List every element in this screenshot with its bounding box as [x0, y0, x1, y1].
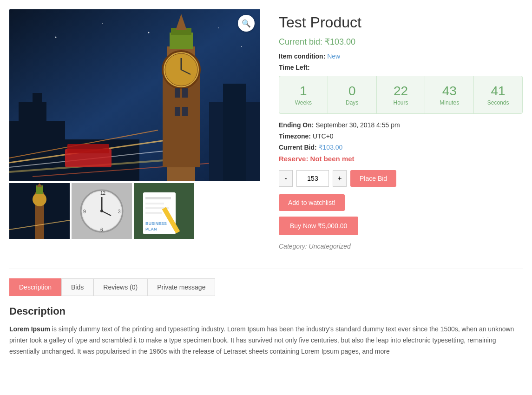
svg-text:PLAN: PLAN — [145, 227, 157, 231]
watchlist-button[interactable]: Add to watchlist! — [279, 194, 345, 211]
countdown-minutes-label: Minutes — [440, 99, 459, 106]
svg-rect-26 — [67, 144, 109, 153]
image-section: 🔍 — [9, 9, 260, 250]
svg-rect-51 — [145, 203, 164, 204]
bid-increase-button[interactable]: + — [333, 170, 347, 187]
buy-now-button[interactable]: Buy Now ₹5,000.00 — [279, 217, 358, 235]
thumbnail-1[interactable] — [9, 183, 70, 239]
item-condition-label: Item condition: — [279, 53, 325, 60]
countdown-weeks: 1 Weeks — [279, 76, 328, 113]
page-wrapper: 🔍 — [0, 0, 532, 377]
product-layout: 🔍 — [9, 9, 523, 250]
tab-description[interactable]: Description — [9, 278, 61, 296]
current-bid-row: Current Bid: ₹103.00 — [279, 144, 523, 151]
svg-point-28 — [102, 23, 103, 24]
countdown-weeks-number: 1 — [283, 84, 324, 99]
main-image-container: 🔍 — [9, 9, 260, 181]
time-left-label: Time Left: — [279, 64, 523, 71]
svg-text:12: 12 — [100, 191, 106, 196]
product-info: Test Product Current bid: ₹103.00 Item c… — [279, 9, 523, 250]
timezone-label: Timezone: — [279, 132, 311, 140]
tab-private-message[interactable]: Private message — [147, 278, 215, 296]
countdown-days: 0 Days — [328, 76, 377, 113]
countdown-days-number: 0 — [332, 84, 373, 99]
thumbnail-2[interactable]: 12 3 6 9 — [72, 183, 132, 239]
thumbnail-row: 12 3 6 9 — [9, 183, 260, 239]
description-body: is simply dummy text of the printing and… — [9, 325, 514, 355]
countdown-hours-number: 22 — [381, 84, 421, 99]
tabs-section: Description Bids Reviews (0) Private mes… — [9, 269, 523, 357]
countdown-box: 1 Weeks 0 Days 22 Hours 43 Minutes 41 — [279, 76, 523, 114]
svg-rect-20 — [182, 88, 188, 98]
item-condition-value: New — [327, 53, 340, 60]
svg-point-30 — [218, 27, 219, 28]
svg-point-27 — [55, 37, 57, 38]
svg-text:BUSINESS: BUSINESS — [145, 221, 167, 226]
svg-rect-4 — [33, 93, 42, 181]
current-bid-value: ₹103.00 — [319, 144, 343, 151]
current-bid-label2: Current Bid: — [279, 144, 317, 151]
countdown-hours: 22 Hours — [377, 76, 426, 113]
ending-on-label: Ending On: — [279, 121, 314, 129]
countdown-minutes: 43 Minutes — [425, 76, 474, 113]
ending-on-row: Ending On: September 30, 2018 4:55 pm — [279, 121, 523, 129]
svg-point-31 — [241, 46, 242, 47]
svg-point-29 — [148, 32, 150, 33]
timezone-value: UTC+0 — [313, 132, 334, 140]
countdown-minutes-number: 43 — [429, 84, 470, 99]
svg-rect-24 — [223, 84, 246, 181]
tab-reviews[interactable]: Reviews (0) — [93, 278, 147, 296]
countdown-seconds: 41 Seconds — [474, 76, 522, 113]
countdown-days-label: Days — [346, 99, 358, 106]
zoom-icon[interactable]: 🔍 — [238, 15, 255, 32]
category-label: Category: — [279, 243, 307, 250]
current-bid-line: Current bid: ₹103.00 — [279, 37, 523, 47]
tab-bids[interactable]: Bids — [61, 278, 93, 296]
svg-text:9: 9 — [83, 209, 86, 214]
description-bold1: Lorem Ipsum — [9, 325, 50, 333]
tabs-row: Description Bids Reviews (0) Private mes… — [9, 278, 523, 296]
ending-on-value: September 30, 2018 4:55 pm — [315, 121, 400, 129]
svg-rect-16 — [170, 33, 193, 49]
svg-rect-50 — [145, 197, 171, 199]
countdown-seconds-label: Seconds — [487, 99, 509, 106]
description-title: Description — [9, 305, 523, 317]
place-bid-button[interactable]: Place Bid — [350, 170, 396, 187]
svg-point-47 — [100, 210, 103, 212]
product-title: Test Product — [279, 14, 523, 31]
timezone-row: Timezone: UTC+0 — [279, 132, 523, 140]
svg-rect-53 — [145, 212, 162, 214]
item-condition: Item condition: New — [279, 53, 523, 60]
bid-decrease-button[interactable]: - — [279, 170, 293, 187]
description-text: Lorem Ipsum is simply dummy text of the … — [9, 324, 523, 357]
svg-rect-19 — [175, 88, 180, 98]
reserve-text: Reserve: Not been met — [279, 155, 523, 163]
svg-text:3: 3 — [118, 209, 121, 214]
countdown-hours-label: Hours — [393, 99, 408, 106]
bid-input-row: - + Place Bid — [279, 170, 523, 187]
countdown-seconds-number: 41 — [478, 84, 519, 99]
countdown-weeks-label: Weeks — [295, 99, 312, 106]
svg-point-34 — [33, 192, 46, 206]
bid-amount-input[interactable] — [296, 170, 329, 187]
category-value: Uncategorized — [309, 243, 351, 250]
svg-text:6: 6 — [100, 227, 103, 232]
svg-rect-22 — [182, 107, 188, 116]
category-row: Category: Uncategorized — [279, 243, 523, 250]
svg-rect-21 — [175, 107, 180, 116]
thumbnail-3[interactable]: BUSINESS PLAN — [134, 183, 194, 239]
